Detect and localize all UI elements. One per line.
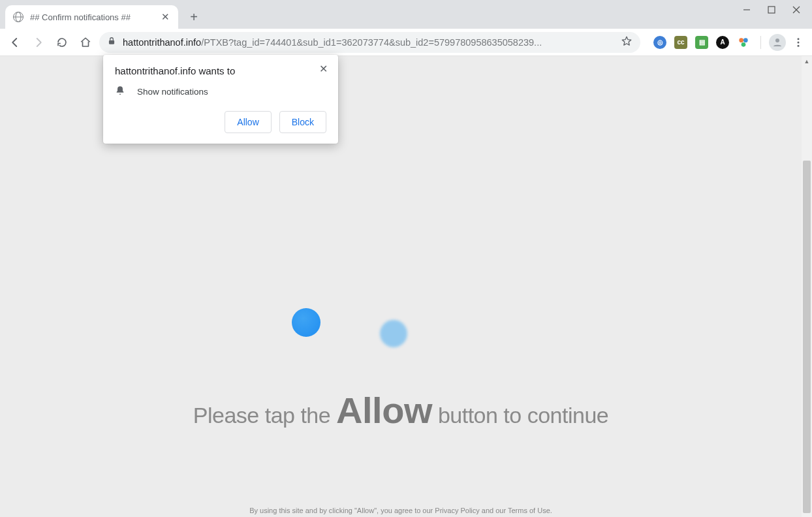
url-text: hattontrithanof.info/PTXB?tag_id=744401&… — [123, 37, 614, 48]
svg-point-10 — [798, 41, 800, 43]
tab-close-button[interactable]: ✕ — [160, 12, 170, 22]
browser-toolbar: hattontrithanof.info/PTXB?tag_id=744401&… — [0, 29, 812, 56]
bookmark-star-icon[interactable] — [621, 35, 632, 49]
back-button[interactable] — [5, 33, 25, 52]
extensions-row: ◎ cc ▤ A — [653, 36, 750, 49]
headline-big: Allow — [336, 390, 432, 431]
loader-dot-icon — [292, 308, 320, 337]
extension-icon-2[interactable]: cc — [674, 36, 687, 49]
url-domain: hattontrithanof.info — [123, 37, 201, 48]
svg-point-8 — [775, 39, 779, 42]
extension-icon-4[interactable]: A — [716, 36, 729, 49]
new-tab-button[interactable]: + — [185, 8, 203, 26]
home-button[interactable] — [76, 33, 95, 52]
globe-icon — [13, 12, 23, 22]
extension-icon-3[interactable]: ▤ — [695, 36, 708, 49]
reload-button[interactable] — [52, 33, 72, 52]
loader-dot-icon — [380, 320, 407, 347]
svg-rect-1 — [768, 7, 775, 13]
window-maximize-button[interactable] — [768, 6, 775, 14]
page-headline: Please tap the Allow button to continue — [0, 389, 802, 431]
popup-permission-label: Show notifications — [137, 87, 208, 97]
window-minimize-button[interactable] — [743, 6, 751, 14]
popup-title: hattontrithanof.info wants to — [115, 65, 326, 76]
svg-point-5 — [739, 38, 743, 42]
block-button[interactable]: Block — [279, 111, 326, 133]
tab-title: ## Confirm notifications ## — [30, 12, 153, 22]
browser-tab[interactable]: ## Confirm notifications ## ✕ — [5, 5, 178, 29]
svg-rect-4 — [109, 40, 114, 44]
popup-close-button[interactable]: ✕ — [316, 61, 330, 76]
footer-text: By using this site and by clicking "Allo… — [0, 507, 802, 514]
svg-point-11 — [798, 44, 800, 46]
scroll-up-icon[interactable]: ▲ — [802, 56, 812, 67]
toolbar-separator — [760, 36, 761, 49]
allow-button[interactable]: Allow — [225, 111, 271, 133]
browser-menu-button[interactable] — [790, 37, 807, 48]
forward-button[interactable] — [29, 33, 48, 52]
bell-icon — [115, 86, 125, 98]
url-path: /PTXB?tag_id=744401&sub_id1=362073774&su… — [201, 37, 542, 48]
lock-icon — [107, 37, 116, 48]
svg-point-7 — [742, 42, 746, 47]
extension-icon-1[interactable]: ◎ — [653, 36, 666, 49]
extension-icon-5[interactable] — [737, 36, 750, 49]
headline-post: button to continue — [432, 403, 608, 428]
svg-point-9 — [798, 38, 800, 40]
vertical-scrollbar[interactable]: ▲ — [802, 56, 812, 517]
notification-permission-popup: ✕ hattontrithanof.info wants to Show not… — [103, 55, 338, 144]
window-close-button[interactable] — [792, 6, 800, 14]
address-bar[interactable]: hattontrithanof.info/PTXB?tag_id=744401&… — [99, 32, 640, 53]
scrollbar-thumb[interactable] — [803, 161, 811, 513]
headline-pre: Please tap the — [193, 403, 336, 428]
svg-point-6 — [743, 38, 748, 42]
popup-permission-row: Show notifications — [115, 86, 326, 98]
tab-strip: ## Confirm notifications ## ✕ + — [0, 0, 812, 29]
profile-avatar[interactable] — [769, 34, 786, 51]
